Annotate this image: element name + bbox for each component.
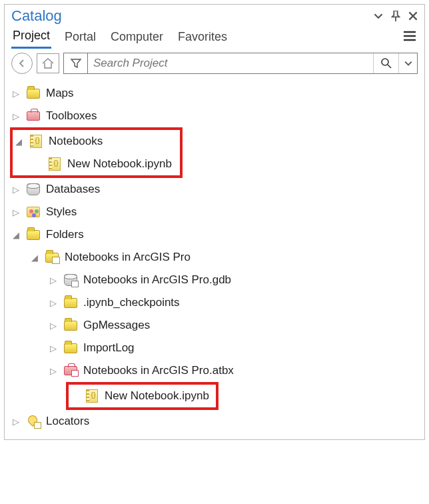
folder-icon xyxy=(63,319,78,332)
tree-item-notebooks[interactable]: ◢ Notebooks xyxy=(13,130,172,153)
home-folder-icon xyxy=(45,251,59,264)
tree-label: .ipynb_checkpoints xyxy=(83,296,180,309)
tab-bar: Project Portal Computer Favorites xyxy=(5,26,424,49)
filter-icon[interactable] xyxy=(64,53,88,73)
search-icon[interactable] xyxy=(373,53,398,73)
expand-icon[interactable]: ▷ xyxy=(49,298,58,308)
notebook-file-icon xyxy=(47,157,62,171)
tree-label: Maps xyxy=(46,87,74,100)
panel-titlebar: Catalog xyxy=(5,5,424,26)
expand-icon[interactable]: ▷ xyxy=(11,185,21,195)
tab-project[interactable]: Project xyxy=(11,26,51,49)
pin-icon[interactable] xyxy=(391,11,400,21)
window-controls xyxy=(374,11,418,21)
tree-label: New Notebook.ipynb xyxy=(105,389,209,403)
collapse-icon[interactable]: ◢ xyxy=(11,230,21,240)
tree-item-maps[interactable]: ▷ Maps xyxy=(5,82,424,105)
tree-item-databases[interactable]: ▷ Databases xyxy=(5,178,424,201)
tree-item-locators[interactable]: ▷ Locators xyxy=(5,410,424,433)
search-dropdown-icon[interactable] xyxy=(398,53,417,73)
panel-title: Catalog xyxy=(11,7,374,25)
tree-item-new-notebook-file[interactable]: ▷ New Notebook.ipynb xyxy=(70,385,209,407)
home-button[interactable] xyxy=(37,53,59,73)
expand-icon[interactable]: ▷ xyxy=(11,111,21,121)
notebook-file-icon xyxy=(85,389,99,403)
tab-favorites[interactable]: Favorites xyxy=(177,27,228,48)
expand-icon[interactable]: ▷ xyxy=(49,366,58,376)
tree-label: Toolboxes xyxy=(46,109,97,123)
tree-item-atbx[interactable]: ▷ Notebooks in ArcGIS Pro.atbx xyxy=(42,359,424,382)
expand-icon[interactable]: ▷ xyxy=(49,321,58,331)
svg-point-0 xyxy=(382,59,388,65)
expand-icon[interactable]: ▷ xyxy=(49,275,58,285)
tree-item-folders[interactable]: ◢ Folders xyxy=(5,223,424,246)
options-chevron-icon[interactable] xyxy=(374,11,383,21)
highlight-notebooks: ◢ Notebooks ▷ New Notebook.ipynb xyxy=(10,127,183,178)
tree-label: Folders xyxy=(46,228,84,241)
catalog-panel: Catalog Project Portal Computer Favorite… xyxy=(4,4,425,440)
catalog-tree: ▷ Maps ▷ Toolboxes ◢ Notebooks ▷ New Not… xyxy=(5,78,424,433)
tree-item-new-notebook[interactable]: ▷ New Notebook.ipynb xyxy=(31,153,172,175)
expand-icon[interactable]: ▷ xyxy=(49,343,58,353)
folder-icon xyxy=(63,296,78,309)
highlight-notebook-file: ▷ New Notebook.ipynb xyxy=(66,382,218,410)
geodatabase-icon xyxy=(63,273,78,287)
collapse-icon[interactable]: ◢ xyxy=(14,137,23,147)
database-icon xyxy=(26,183,41,196)
folder-icon xyxy=(26,228,41,241)
tree-label: GpMessages xyxy=(83,319,150,332)
tree-label: New Notebook.ipynb xyxy=(67,157,172,171)
tree-item-gpmessages[interactable]: ▷ GpMessages xyxy=(42,314,424,337)
toolbar xyxy=(5,49,424,78)
collapse-icon[interactable]: ◢ xyxy=(30,253,39,263)
tree-item-toolboxes[interactable]: ▷ Toolboxes xyxy=(5,105,424,127)
tree-item-styles[interactable]: ▷ Styles xyxy=(5,201,424,223)
tree-item-importlog[interactable]: ▷ ImportLog xyxy=(42,337,424,359)
tree-label: Notebooks in ArcGIS Pro.gdb xyxy=(83,273,231,287)
expand-icon[interactable]: ▷ xyxy=(11,207,21,217)
menu-icon[interactable] xyxy=(402,28,418,47)
tab-computer[interactable]: Computer xyxy=(109,27,165,48)
search-input[interactable] xyxy=(88,53,373,73)
expand-icon[interactable]: ▷ xyxy=(11,417,21,427)
expand-icon[interactable]: ▷ xyxy=(11,89,21,99)
tree-label: Styles xyxy=(46,205,77,219)
styles-icon xyxy=(26,205,41,219)
locator-icon xyxy=(26,415,41,428)
tree-label: Notebooks in ArcGIS Pro.atbx xyxy=(83,364,234,377)
tree-label: Notebooks xyxy=(49,135,103,148)
tree-label: Databases xyxy=(46,183,100,196)
search-box xyxy=(63,53,418,74)
tab-portal[interactable]: Portal xyxy=(63,27,97,48)
notebook-folder-icon xyxy=(29,135,43,148)
maps-folder-icon xyxy=(26,87,41,100)
tree-item-project-folder[interactable]: ◢ Notebooks in ArcGIS Pro xyxy=(23,246,424,269)
toolbox-file-icon xyxy=(63,364,78,377)
tree-label: Notebooks in ArcGIS Pro xyxy=(65,251,191,264)
folder-icon xyxy=(63,341,78,355)
tree-item-gdb[interactable]: ▷ Notebooks in ArcGIS Pro.gdb xyxy=(42,269,424,291)
toolbox-icon xyxy=(26,109,41,123)
back-button[interactable] xyxy=(11,53,33,74)
tree-label: Locators xyxy=(46,415,89,428)
tree-item-checkpoints[interactable]: ▷ .ipynb_checkpoints xyxy=(42,291,424,314)
close-icon[interactable] xyxy=(408,11,418,21)
tree-label: ImportLog xyxy=(83,341,135,355)
